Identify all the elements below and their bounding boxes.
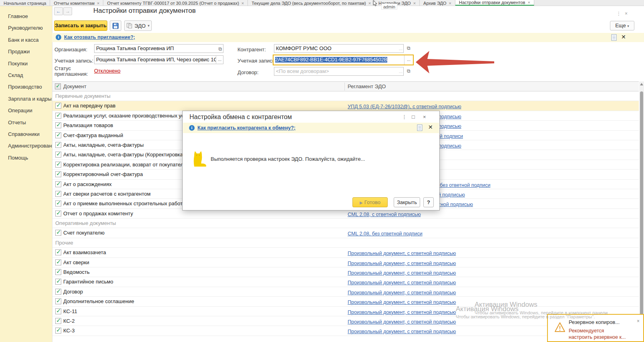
tab-close-icon[interactable]: × bbox=[413, 1, 416, 6]
how-to-invite-link[interactable]: Как пригласить контрагента к обмену?; bbox=[197, 125, 296, 131]
row-checkbox[interactable] bbox=[55, 269, 61, 275]
row-checkbox[interactable] bbox=[55, 162, 61, 168]
table-row[interactable]: Дополнительное соглашениеПроизвольный до… bbox=[52, 297, 639, 306]
table-row[interactable]: Гарантийное письмоПроизвольный документ,… bbox=[52, 277, 639, 287]
cp-account-field[interactable]: 2AE74CBF892-BB1E-4CD1-9EB2-97F76854502B … bbox=[273, 55, 414, 65]
open-icon[interactable]: ⧉ bbox=[407, 45, 411, 51]
sidebar-item-справочники[interactable]: Справочники bbox=[0, 128, 52, 140]
regulation-link[interactable]: Произвольный документ, с ответной подпис… bbox=[348, 280, 456, 285]
dialog-close-icon[interactable]: × bbox=[423, 114, 426, 120]
scrollbar-thumb[interactable] bbox=[640, 91, 643, 331]
row-checkbox[interactable] bbox=[55, 191, 61, 197]
table-row[interactable]: Счет покупателюCML 2.08, без ответной по… bbox=[52, 228, 639, 238]
row-checkbox[interactable] bbox=[55, 210, 61, 217]
table-row[interactable]: Акт взаимозачетаПроизвольный документ, с… bbox=[52, 248, 639, 257]
regulation-link[interactable]: Произвольный документ, с ответной подпис… bbox=[348, 310, 456, 315]
regulation-link[interactable]: CML 2.08, с ответной подписью bbox=[348, 212, 421, 217]
regulation-link[interactable]: Произвольный документ, с ответной подпис… bbox=[348, 251, 456, 256]
table-group-row[interactable]: Оперативные документы bbox=[52, 219, 639, 228]
nav-back-button[interactable]: ← bbox=[54, 7, 63, 15]
row-checkbox[interactable] bbox=[55, 298, 61, 304]
row-checkbox[interactable] bbox=[55, 171, 61, 177]
done-button[interactable]: ▶Готово bbox=[352, 197, 388, 207]
table-row[interactable]: ВедомостьПроизвольный документ, с ответн… bbox=[52, 267, 639, 277]
row-checkbox[interactable] bbox=[55, 200, 61, 206]
regulation-link[interactable]: Произвольный документ, с ответной подпис… bbox=[348, 270, 456, 276]
sidebar-item-склад[interactable]: Склад bbox=[0, 69, 52, 81]
tab[interactable]: Начальная страница bbox=[0, 0, 50, 6]
sidebar-item-руководителю[interactable]: Руководителю bbox=[0, 22, 52, 34]
sidebar-item-продажи[interactable]: Продажи bbox=[0, 46, 52, 57]
sidebar-item-главное[interactable]: Главное bbox=[0, 10, 52, 22]
form-close-icon[interactable]: × bbox=[625, 11, 628, 16]
close-button[interactable]: Закрыть bbox=[394, 197, 420, 207]
scroll-up-icon[interactable] bbox=[640, 83, 643, 85]
sidebar-item-зарплата-и-кадры[interactable]: Зарплата и кадры bbox=[0, 93, 52, 105]
row-checkbox[interactable] bbox=[55, 122, 61, 128]
select-icon[interactable]: ... bbox=[399, 67, 402, 75]
regulation-link[interactable]: Произвольный документ, с ответной подпис… bbox=[348, 319, 456, 325]
regulation-link[interactable]: Произвольный документ, с ответной подпис… bbox=[348, 329, 456, 334]
tab[interactable]: Архив ЭДО× bbox=[420, 0, 455, 6]
dialog-info-bar-close-icon[interactable]: ✕ bbox=[428, 124, 433, 130]
show-in-list-icon[interactable] bbox=[417, 124, 423, 131]
tab[interactable]: Отчеты комитентам× bbox=[50, 0, 103, 6]
open-icon[interactable]: ⧉ bbox=[218, 45, 222, 53]
tab[interactable]: Настройки отправки документов× bbox=[455, 0, 534, 6]
sidebar-item-отчеты[interactable]: Отчеты bbox=[0, 117, 52, 128]
tab-close-icon[interactable]: × bbox=[527, 0, 530, 5]
row-checkbox[interactable] bbox=[55, 113, 61, 119]
row-checkbox[interactable] bbox=[55, 152, 61, 158]
account-select-button[interactable]: ... bbox=[216, 55, 223, 64]
tab-close-icon[interactable]: × bbox=[242, 1, 244, 6]
row-checkbox[interactable] bbox=[55, 181, 61, 187]
counterparty-field[interactable]: КОМФОРТ РУМС ООО ... bbox=[274, 44, 404, 53]
row-checkbox[interactable] bbox=[55, 318, 61, 324]
table-row[interactable]: Акт сверкиПроизвольный документ, с ответ… bbox=[52, 258, 639, 267]
save-button[interactable] bbox=[110, 20, 121, 31]
dialog-more-icon[interactable]: ⋮ bbox=[402, 114, 407, 120]
toast-close-icon[interactable]: × bbox=[637, 318, 640, 324]
sidebar-item-помощь[interactable]: Помощь bbox=[0, 152, 52, 164]
dialog-maximize-icon[interactable]: □ bbox=[412, 114, 415, 120]
sidebar-item-администрирование[interactable]: Администрирование bbox=[0, 140, 52, 152]
tab-close-icon[interactable]: × bbox=[368, 1, 371, 6]
account-field[interactable]: Рощина Татьяна Георгиевна ИП, Через серв… bbox=[94, 55, 216, 64]
more-button[interactable]: Еще ▾ bbox=[610, 21, 634, 30]
row-checkbox[interactable] bbox=[55, 328, 61, 334]
row-checkbox[interactable] bbox=[55, 289, 61, 295]
open-icon[interactable]: ⧉ bbox=[407, 68, 411, 74]
tab-close-icon[interactable]: × bbox=[449, 1, 451, 6]
vertical-scrollbar[interactable] bbox=[639, 81, 644, 342]
organization-field[interactable]: Рощина Татьяна Георгиевна ИП ⧉ bbox=[94, 44, 223, 53]
table-group-row[interactable]: Первичные документы bbox=[52, 91, 639, 101]
sidebar-item-покупки[interactable]: Покупки bbox=[0, 58, 52, 69]
row-checkbox[interactable] bbox=[55, 279, 61, 285]
regulation-link[interactable]: УПД 5.03 (ЕД-7-26/1032@), с ответной под… bbox=[348, 104, 461, 109]
row-checkbox[interactable] bbox=[55, 103, 61, 109]
regulation-link[interactable]: Произвольный документ, с ответной подпис… bbox=[348, 261, 456, 266]
how-to-revoke-invitation-link[interactable]: Как отозвать приглашение?; bbox=[64, 34, 135, 40]
sidebar-item-производство[interactable]: Производство bbox=[0, 81, 52, 93]
tab-close-icon[interactable]: × bbox=[97, 1, 99, 6]
sidebar-item-операции[interactable]: Операции bbox=[0, 105, 52, 116]
row-checkbox[interactable] bbox=[55, 142, 61, 148]
contract-field[interactable]: <По всем договорам> ... bbox=[274, 67, 404, 76]
row-checkbox[interactable] bbox=[55, 259, 61, 265]
row-checkbox[interactable] bbox=[55, 132, 61, 138]
row-checkbox[interactable] bbox=[55, 249, 61, 255]
select-icon[interactable]: ... bbox=[399, 45, 402, 53]
table-group-row[interactable]: Прочие bbox=[52, 238, 639, 248]
select-all-checkbox[interactable] bbox=[55, 83, 61, 89]
nav-forward-button[interactable]: → bbox=[63, 7, 72, 15]
save-and-close-button[interactable]: Записать и закрыть bbox=[54, 20, 107, 31]
table-row[interactable]: ДоговорПроизвольный документ, с ответной… bbox=[52, 287, 639, 297]
invitation-status-link[interactable]: Отклонено bbox=[94, 68, 121, 74]
edo-menu-button[interactable]: ЭДО ▾ bbox=[124, 20, 152, 31]
tab[interactable]: Отчет комитенту ТГВГ-000017 от 30.09.202… bbox=[103, 0, 248, 6]
sidebar-item-банк-и-касса[interactable]: Банк и касса bbox=[0, 34, 52, 46]
form-more-icon[interactable]: ⋮ bbox=[616, 11, 621, 16]
regulation-link[interactable]: Произвольный документ, с ответной подпис… bbox=[348, 290, 456, 295]
cp-account-select-button[interactable]: ... bbox=[404, 55, 413, 65]
regulation-link[interactable]: Произвольный документ, с ответной подпис… bbox=[348, 300, 456, 305]
